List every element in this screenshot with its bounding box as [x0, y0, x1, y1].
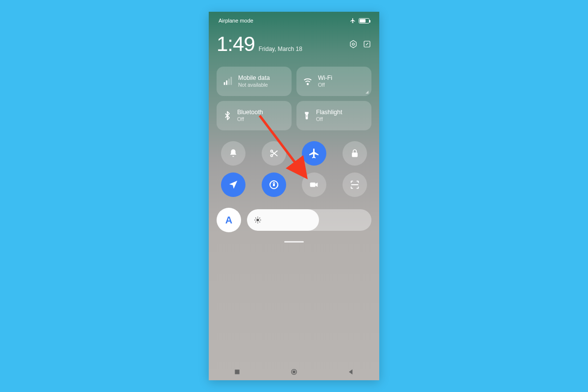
airplane-mode-toggle[interactable]: [302, 141, 326, 166]
large-tile-grid: Mobile data Not available Wi-Fi Off: [217, 67, 371, 130]
status-bar: Airplane mode: [217, 12, 371, 25]
status-mode-label: Airplane mode: [219, 18, 253, 24]
brightness-row: A: [217, 208, 371, 232]
drag-handle-icon[interactable]: [284, 241, 304, 243]
battery-icon: [359, 18, 369, 24]
svg-point-15: [256, 219, 259, 221]
wifi-sublabel: Off: [318, 82, 332, 88]
svg-rect-11: [352, 152, 358, 157]
mobile-data-tile[interactable]: Mobile data Not available: [217, 67, 292, 96]
auto-brightness-label: A: [225, 215, 232, 226]
settings-icon[interactable]: [349, 40, 358, 49]
scan-icon: [349, 179, 360, 190]
flashlight-icon: [302, 110, 311, 121]
svg-point-18: [293, 371, 295, 373]
phone-screenshot: Airplane mode 1:49 Friday, March 18: [209, 12, 379, 380]
svg-rect-14: [310, 182, 316, 187]
wifi-tile[interactable]: Wi-Fi Off: [296, 67, 371, 96]
flashlight-label: Flashlight: [316, 109, 343, 116]
time-label: 1:49: [217, 32, 255, 56]
rotate-lock-icon: [268, 179, 280, 191]
bluetooth-label: Bluetooth: [237, 109, 263, 116]
date-label: Friday, March 18: [259, 46, 302, 52]
wifi-icon: [302, 76, 313, 87]
flashlight-sublabel: Off: [316, 116, 343, 122]
mobile-data-sublabel: Not available: [238, 82, 270, 88]
location-toggle[interactable]: [221, 172, 245, 197]
auto-rotate-toggle[interactable]: [262, 172, 286, 197]
system-nav-bar: [209, 368, 379, 376]
svg-point-9: [270, 150, 272, 152]
brightness-slider[interactable]: [247, 209, 371, 231]
bluetooth-sublabel: Off: [237, 116, 263, 122]
flashlight-tile[interactable]: Flashlight Off: [296, 101, 371, 130]
nav-recent-button[interactable]: [233, 368, 241, 376]
svg-point-1: [352, 43, 355, 46]
svg-point-8: [306, 116, 307, 117]
svg-point-7: [307, 83, 309, 85]
svg-rect-5: [228, 79, 230, 85]
bell-icon: [228, 148, 239, 159]
chevron-expand-icon: [366, 91, 368, 94]
nav-back-button[interactable]: [347, 368, 355, 376]
auto-brightness-button[interactable]: A: [217, 208, 241, 232]
svg-rect-16: [235, 369, 239, 374]
scissors-icon: [269, 148, 279, 159]
airplane-icon: [308, 147, 320, 159]
svg-rect-6: [231, 77, 232, 85]
scanner-toggle[interactable]: [343, 172, 367, 197]
lock-toggle[interactable]: [343, 141, 367, 166]
brightness-sun-icon: [254, 216, 262, 224]
svg-rect-13: [273, 184, 275, 186]
navigation-icon: [228, 179, 239, 190]
clock-row: 1:49 Friday, March 18: [217, 32, 371, 56]
nav-home-button[interactable]: [290, 368, 298, 376]
svg-point-10: [270, 155, 272, 157]
mobile-data-label: Mobile data: [238, 74, 270, 82]
svg-marker-0: [350, 41, 356, 48]
round-toggle-grid: [217, 141, 371, 197]
brightness-slider-fill: [247, 209, 319, 231]
wifi-label: Wi-Fi: [318, 74, 332, 82]
svg-rect-4: [226, 80, 227, 85]
bluetooth-tile[interactable]: Bluetooth Off: [217, 101, 292, 130]
bluetooth-icon: [222, 110, 232, 121]
video-camera-icon: [309, 179, 319, 190]
svg-rect-3: [224, 82, 225, 85]
mute-toggle[interactable]: [221, 141, 245, 166]
lock-icon: [350, 148, 360, 158]
screen-record-toggle[interactable]: [302, 172, 326, 197]
cellular-signal-icon: [222, 76, 233, 87]
edit-icon[interactable]: [363, 40, 371, 49]
airplane-status-icon: [350, 18, 356, 24]
screenshot-toggle[interactable]: [262, 141, 286, 166]
